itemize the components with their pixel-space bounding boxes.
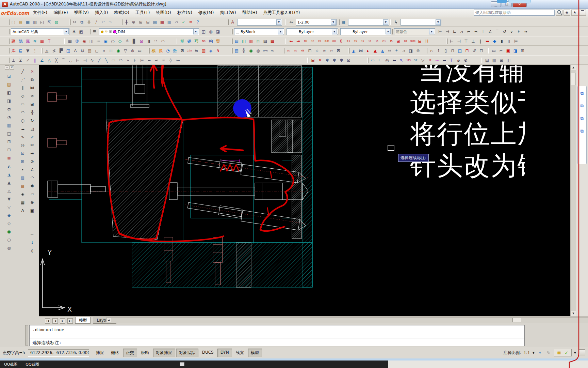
toolbar-icon[interactable]: ⊕ (130, 19, 137, 26)
toolbar-icon[interactable]: ◩ (78, 28, 85, 35)
toolbar-icon[interactable]: 15 (373, 38, 380, 45)
toolbar-icon[interactable]: 3.2 (412, 57, 419, 64)
toolbar-icon[interactable]: ▤ (151, 19, 159, 26)
toolbar-icon[interactable]: ◈ (19, 190, 26, 198)
toolbar-icon[interactable]: ⊡ (5, 72, 13, 80)
scroll-up-icon[interactable]: ▲ (571, 65, 576, 70)
tab-next-icon[interactable]: ▶ (60, 318, 65, 324)
toolbar-icon[interactable]: ◇ (19, 92, 26, 100)
toolbar-icon[interactable]: ◇ (5, 219, 13, 228)
toolbar-icon[interactable]: 5 (214, 47, 222, 55)
toolbar-icon[interactable]: ⊠ (138, 38, 145, 45)
toolbar-icon[interactable]: ╬ (240, 47, 247, 55)
command-window-grab-bar[interactable] (25, 325, 28, 346)
toolbar-icon[interactable]: ▤ (17, 19, 24, 26)
toolbar-icon[interactable]: ⇢ (434, 57, 441, 64)
toolbar-icon[interactable]: ⊦ (515, 28, 522, 35)
toolbar-icon[interactable]: ☁ (19, 125, 26, 133)
toolbar-icon[interactable]: ▬ (484, 38, 491, 45)
toolbar-icon[interactable]: ≒ (193, 47, 200, 55)
toolbar-icon[interactable]: ▊ (131, 38, 138, 45)
toolbar-icon[interactable]: ▥ (166, 19, 173, 26)
toolbar-icon[interactable]: ◨ (145, 38, 152, 45)
toolbar-icon[interactable]: ◍ (5, 244, 13, 252)
status-toggle-捕捉[interactable]: 捕捉 (93, 349, 107, 357)
menu-item[interactable]: 文件(F) (30, 9, 50, 17)
toolbar-icon[interactable]: ◎ (207, 28, 214, 35)
toolbar-icon[interactable]: ≈ (522, 28, 529, 35)
toolbar-icon[interactable]: 钢 (186, 38, 193, 45)
table-style-icon[interactable]: ▦ (340, 19, 347, 26)
toolbar-icon[interactable]: ◉ (247, 47, 255, 55)
toolbar-icon[interactable]: ⌒ (494, 28, 501, 35)
toolbar-icon[interactable]: ✱ (338, 57, 345, 64)
toolbar-icon[interactable]: ╋ (123, 19, 130, 26)
toolbar-icon[interactable]: ⋰ (19, 76, 26, 84)
toolbar-icon[interactable]: ▲ (5, 179, 13, 187)
toolbar-icon[interactable]: ◫ (200, 28, 207, 35)
tab-model[interactable]: 模型 (75, 317, 91, 324)
menu-item[interactable]: 编辑(E) (50, 9, 71, 17)
toolbar-icon[interactable]: ⊢ (448, 38, 455, 45)
toolbar-icon[interactable]: ⊞ (498, 57, 505, 64)
tab-prev-icon[interactable]: ◀ (52, 318, 58, 324)
toolbar-icon[interactable]: ◠ (19, 108, 26, 117)
toolbar-icon[interactable]: ≡ (187, 19, 194, 26)
toolbar-icon[interactable]: ▤ (233, 38, 240, 45)
toolbar-icon[interactable]: NG (200, 38, 207, 45)
toolbar-icon[interactable]: ◉ (81, 38, 88, 45)
toolbar-icon[interactable]: ↦ (441, 57, 448, 64)
toolbar-icon[interactable]: ⊽ (508, 28, 515, 35)
toolbar-icon[interactable]: ━ (146, 57, 153, 64)
toolbar-icon[interactable]: ⊣ (81, 57, 88, 64)
toolbar-icon[interactable]: ▭ (136, 47, 143, 55)
toolbar-icon[interactable]: ▼ (24, 47, 31, 55)
toolbar-icon[interactable]: ○ (5, 236, 13, 244)
toolbar-icon[interactable]: ↺ (471, 47, 478, 55)
toolbar-icon[interactable]: 2.35 (186, 47, 193, 55)
toolbar-icon[interactable]: 1E (309, 38, 316, 45)
toolbar-icon[interactable]: ? (194, 19, 201, 26)
toolbar-icon[interactable]: ⊕ (29, 198, 36, 206)
toolbar-icon[interactable]: 5c (285, 47, 292, 55)
menu-item[interactable]: 插入(I) (92, 9, 111, 17)
toolbar-icon[interactable]: ▭ (490, 47, 497, 55)
scroll-left-icon[interactable]: ◀ (106, 318, 111, 322)
toolbar-icon[interactable]: ② (74, 38, 81, 45)
toolbar-icon[interactable]: ⌀ (455, 57, 462, 64)
toolbar-icon[interactable]: ⊓ (449, 47, 456, 55)
menu-item[interactable]: 修改(M) (195, 9, 217, 17)
toolbar-icon[interactable]: ⊞ (19, 157, 26, 166)
toolbar-icon[interactable]: ▥ (247, 38, 255, 45)
toolbar-icon[interactable]: ◍ (255, 47, 262, 55)
toolbar-icon[interactable]: ⊥ (470, 38, 477, 45)
menu-item[interactable]: 帮助(H) (239, 9, 260, 17)
toolbar-icon[interactable]: ▭ (19, 100, 26, 108)
toolbar-icon[interactable]: ○ (19, 117, 26, 125)
toolbar-icon[interactable]: ⊡ (463, 47, 471, 55)
toolbar-icon[interactable]: ⊦ (131, 57, 138, 64)
toolbar-icon[interactable]: ◍ (53, 19, 60, 26)
toolbar-icon[interactable]: ● (5, 228, 13, 236)
toolbar-icon[interactable]: ⊡ (19, 149, 26, 157)
toolbar-icon[interactable]: ⊸ (153, 57, 160, 64)
favorites-star-icon[interactable]: ★ (571, 10, 578, 16)
toolbar-icon[interactable]: ⌐ (29, 230, 36, 239)
toolbar-icon[interactable]: ⊿ (458, 28, 465, 35)
toolbar-icon[interactable]: ▨ (19, 174, 26, 182)
toolbar-icon[interactable]: 隐 (17, 38, 24, 45)
status-toggle-DYN[interactable]: DYN (217, 349, 232, 357)
coordinate-readout[interactable]: 6122.2926, -612.7316, 0.0000 (28, 349, 89, 357)
toolbar-icon[interactable]: ◮ (5, 170, 13, 179)
toolbar-icon[interactable]: ✱ (331, 57, 338, 64)
menu-item[interactable]: 格式(O) (111, 9, 132, 17)
toolbar-icon[interactable]: ⊞ (29, 100, 36, 108)
toolbar-icon[interactable]: ▦ (66, 38, 74, 45)
toolbar-icon[interactable]: ✱ (324, 57, 331, 64)
toolbar-icon[interactable]: ▥ (31, 19, 38, 26)
toolbar-icon[interactable]: ▥ (5, 121, 13, 129)
toolbar-icon[interactable]: ◠ (29, 174, 36, 182)
toolbar-icon[interactable]: ⊠ (179, 47, 186, 55)
toolbar-icon[interactable]: EX (316, 38, 323, 45)
toolbar-icon[interactable]: ⊞ (395, 38, 402, 45)
